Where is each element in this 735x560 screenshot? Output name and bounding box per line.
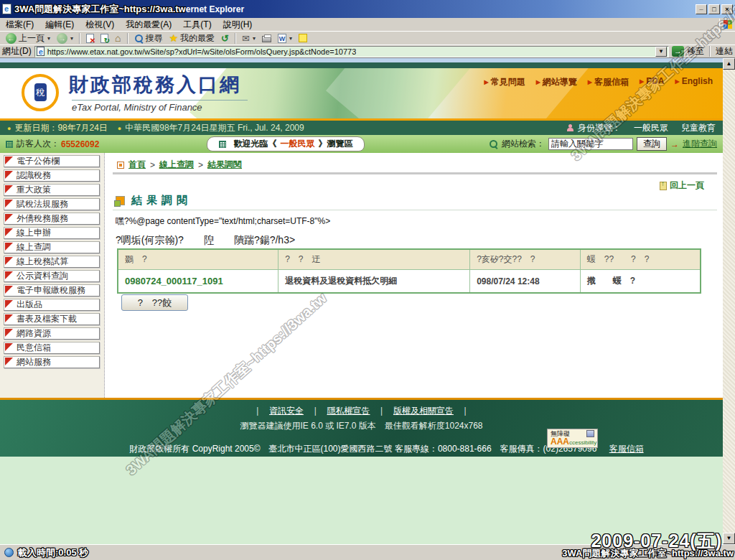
load-time-text: 載入時間:0.05 秒 [18,546,88,559]
sidebar-item-major-policy[interactable]: 重大政策 [4,184,100,196]
sidebar-item-public-data[interactable]: 公示資料查詢 [4,270,100,282]
stop-button[interactable]: ✕ [83,32,97,45]
etax-logo[interactable]: 稅 [22,74,59,111]
back-to-previous-link[interactable]: 回上一頁 [660,179,704,192]
site-footer: 資訊安全 隱私權宣告 版權及相關宣告 瀏覽器建議使用IE 6.0 或 IE7.0… [0,398,723,457]
document-link[interactable]: 0980724_000117_1091 [125,276,223,286]
restore-button[interactable] [708,4,720,14]
history-button[interactable]: ↺ [218,32,232,45]
site-search-icon [489,139,498,149]
go-label[interactable]: 移至 [687,45,704,57]
back-button[interactable]: ← 上一頁 [3,32,53,45]
scroll-down-button[interactable]: ▼ [723,533,735,544]
identity-link-general[interactable]: 一般民眾 [634,122,668,134]
forward-button[interactable]: → [54,32,76,45]
footer-link-privacy[interactable]: 隱私權宣告 [327,406,370,416]
sidebar-item-tax-trial-calc[interactable]: 線上稅務試算 [4,256,100,268]
back-icon: ← [6,33,17,44]
footer-link-security[interactable]: 資訊安全 [269,406,304,416]
breadcrumb-online-query[interactable]: 線上查調 [159,159,194,171]
vertical-scrollbar[interactable]: ▲ ▼ [723,58,735,544]
breadcrumb-separator: > [150,160,155,170]
header-quick-links: 常見問題 網站導覽 客服信箱 PDA English [484,76,713,88]
sidebar-item-bulletin[interactable]: 電子公佈欄 [4,155,100,167]
quick-link-service-mail[interactable]: 客服信箱 [588,76,629,88]
ie-globe-icon [4,548,14,557]
stop-icon: ✕ [86,34,94,43]
site-search-submit[interactable]: 查詢 [637,137,667,151]
quick-link-pda[interactable]: PDA [640,76,665,88]
print-button[interactable] [259,32,274,45]
footer-links-row: 資訊安全 隱私權宣告 版權及相關宣告 [0,405,723,417]
breadcrumb-current[interactable]: 結果調閱 [207,159,242,171]
back-label: 上一頁 [19,32,45,45]
col-header-description: ? ? 迂 [278,249,470,270]
mail-button[interactable]: ✉ [239,32,258,45]
menu-favorites[interactable]: 我的最愛(A) [120,18,177,32]
search-label: 搜尋 [146,32,163,45]
sidebar-item-efiling[interactable]: 電子申報繳稅服務 [4,284,100,297]
edit-word-button[interactable]: W [275,32,295,45]
windows-logo [719,19,735,31]
links-toolbar-label[interactable]: 連結 [716,45,733,57]
footer-pipe [378,406,386,416]
quick-link-english[interactable]: English [675,76,713,88]
window-titlebar: 3WA問題解決專家工作室~https://3wa.tw ernet Explor… [0,0,735,18]
accessibility-badge[interactable]: 無障礙 AAAccessibility [547,429,598,448]
site-search-input[interactable] [548,138,633,150]
favorites-button[interactable]: ★ 我的最愛 [167,32,218,45]
table-row: 0980724_000117_1091 退稅資料及退稅資料抵欠明細 098/07… [118,270,701,294]
address-dropdown-button[interactable]: ▼ [655,47,667,57]
results-table: 鵽 ? ? ? 迂 ?亥矽?交?? ? 蝯 ?? ? ? 0980724_000… [117,248,701,294]
quick-link-sitemap[interactable]: 網站導覽 [536,76,577,88]
sidebar-item-know-tax[interactable]: 認識稅務 [4,169,100,182]
search-icon [134,34,144,43]
quick-link-faq[interactable]: 常見問題 [484,76,525,88]
sidebar-item-tax-law[interactable]: 賦稅法規服務 [4,198,100,210]
sidebar-item-site-services[interactable]: 網站服務 [4,356,100,368]
sidebar-item-opinion-mailbox[interactable]: 民意信箱 [4,342,100,354]
welcome-prefix: 歡迎光臨《 [233,138,276,150]
breadcrumb-icon [117,162,124,169]
sidebar-item-online-apply[interactable]: 線上申辦 [4,227,100,239]
scroll-up-button[interactable]: ▲ [723,58,735,70]
identity-label-group: 身份導覽： [566,122,621,134]
advanced-search-link[interactable]: 進階查詢 [683,138,717,150]
browser-viewport: 稅 財政部稅務入口網 eTax Portal, Ministry of Fina… [0,58,735,544]
menu-view[interactable]: 檢視(V) [80,18,120,32]
etax-logo-character: 稅 [34,83,47,101]
identity-link-children[interactable]: 兒童教育 [681,122,716,134]
sidebar-item-web-resources[interactable]: 網路資源 [4,327,100,340]
sidebar-item-online-query[interactable]: 線上查調 [4,241,100,253]
home-button[interactable]: ⌂ [112,32,123,45]
menu-edit[interactable]: 編輯(E) [39,18,80,32]
visitor-count: 65526092 [61,139,99,149]
search-button[interactable]: 搜尋 [131,32,166,45]
menu-help[interactable]: 說明(H) [217,18,258,32]
action-button[interactable]: ? ??餃 [121,294,188,311]
breadcrumb-home[interactable]: 首頁 [128,159,146,171]
sidebar-item-foreigner-tax[interactable]: 外僑稅務服務 [4,213,100,225]
menu-file[interactable]: 檔案(F) [0,18,39,32]
forward-icon: → [57,33,67,44]
identity-nav: 身份導覽： 一般民眾 兒童教育 [566,122,716,134]
discuss-button[interactable] [296,32,310,45]
main-content: 首頁 > 線上查調 > 結果調閱 回上一頁 結果調閱 [106,153,723,398]
footer-link-copyright-notice[interactable]: 版權及相關宣告 [393,406,454,416]
go-icon[interactable]: → [672,46,684,57]
footer-service-mail-link[interactable]: 客服信箱 [609,444,644,454]
address-field[interactable]: https://www.etax.nat.gov.tw/wSite/sp?xdU… [34,46,669,57]
footer-pipe [253,406,262,416]
sidebar-item-publications[interactable]: 出版品 [4,299,100,311]
refresh-button[interactable]: ↻ [98,32,111,45]
footer-pipe [311,406,319,416]
menu-bar: 檔案(F) 編輯(E) 檢視(V) 我的最愛(A) 工具(T) 說明(H) [0,18,735,31]
close-button[interactable] [721,4,733,14]
minimize-button[interactable] [696,4,707,14]
window-controls [696,4,733,14]
sidebar-item-forms-download[interactable]: 書表及檔案下載 [4,313,100,325]
col-header-status: 蝯 ?? ? ? [580,249,701,270]
breadcrumb-separator: > [198,160,203,170]
menu-tools[interactable]: 工具(T) [177,18,217,32]
toolbar-separator [235,33,236,44]
